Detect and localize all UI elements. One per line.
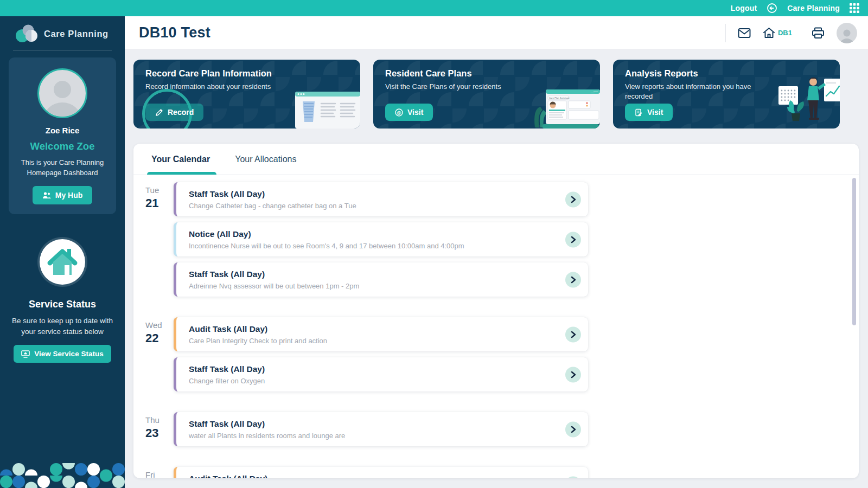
event-open-button[interactable] <box>565 232 581 247</box>
sidebar-mosaic-decoration <box>0 463 125 488</box>
sidebar: Care Planning Zoe Rice Welcome Zoe This … <box>0 16 125 488</box>
print-icon[interactable] <box>812 27 825 39</box>
calendar-event[interactable]: Audit Task (All Day)Care Plan Integrity … <box>174 317 588 351</box>
calendar-panel: Your Calendar Your Allocations Tue21Staf… <box>133 144 859 478</box>
day-name: Fri <box>145 470 174 478</box>
event-open-button[interactable] <box>565 191 581 207</box>
record-button-label: Record <box>168 108 194 117</box>
event-description: Incontinence Nurse will be out to see Ro… <box>189 242 556 250</box>
event-title: Audit Task (All Day) <box>189 324 556 334</box>
event-description: Adreinne Nvq assessor will be out betwee… <box>189 282 556 290</box>
home-icon <box>763 27 775 38</box>
logo-text: Care Planning <box>44 29 108 39</box>
illustration-label: Care Plan Summary <box>549 97 570 99</box>
event-title: Staff Task (All Day) <box>189 189 556 199</box>
card-title: Analysis Reports <box>625 68 840 79</box>
visit-button-label: Visit <box>407 108 423 117</box>
tabs-bar: Your Calendar Your Allocations <box>133 144 859 175</box>
header-divider <box>725 24 726 42</box>
service-status-icon <box>40 239 85 285</box>
report-icon <box>635 108 643 117</box>
event-open-button[interactable] <box>565 476 581 478</box>
event-open-button[interactable] <box>565 421 581 437</box>
my-hub-button[interactable]: My Hub <box>33 186 93 204</box>
visit-care-plans-button[interactable]: @ Visit <box>385 104 433 121</box>
calendar-day-group: Thu23Staff Task (All Day)water all Plant… <box>145 412 859 452</box>
calendar-event[interactable]: Staff Task (All Day)water all Plants in … <box>174 412 588 446</box>
event-open-button[interactable] <box>565 326 581 342</box>
record-care-plan-card: Record Care Plan Information Record info… <box>133 60 360 129</box>
chevron-right-icon <box>570 370 577 378</box>
tab-your-allocations[interactable]: Your Allocations <box>235 144 296 175</box>
profile-card: Zoe Rice Welcome Zoe This is your Care P… <box>9 57 116 214</box>
event-title: Staff Task (All Day) <box>189 364 556 374</box>
event-open-button[interactable] <box>565 272 581 287</box>
card-title: Resident Care Plans <box>385 68 600 79</box>
calendar-day-group: Tue21Staff Task (All Day)Change Catheter… <box>145 182 859 303</box>
top-bar: Logout Care Planning <box>0 0 868 16</box>
calendar-event[interactable]: Staff Task (All Day)Change filter on Oxy… <box>174 357 588 391</box>
apps-grid-icon[interactable] <box>850 3 859 13</box>
scrollbar[interactable] <box>852 178 856 325</box>
calendar-list: Tue21Staff Task (All Day)Change Catheter… <box>133 175 859 478</box>
logo-cloud-icon <box>15 24 39 43</box>
logout-link[interactable]: Logout <box>731 4 757 12</box>
brand-link[interactable]: Care Planning <box>787 4 840 12</box>
chevron-right-icon <box>570 330 577 338</box>
page-title: DB10 Test <box>139 24 210 41</box>
day-events: Staff Task (All Day)Change Catheter bag … <box>174 182 588 303</box>
event-title: Notice (All Day) <box>189 229 556 239</box>
day-events: Staff Task (All Day)water all Plants in … <box>174 412 588 452</box>
event-description: water all Plants in residents rooms and … <box>189 432 556 440</box>
event-title: Audit Task (All Day) <box>189 474 556 479</box>
profile-avatar <box>37 68 87 118</box>
visit-reports-button[interactable]: Visit <box>625 104 673 121</box>
day-number: 21 <box>145 196 174 210</box>
resident-care-plans-card: Resident Care Plans Visit the Care Plans… <box>373 60 600 129</box>
event-description: Change filter on Oxygen <box>189 377 556 385</box>
mail-icon[interactable] <box>738 28 751 38</box>
user-avatar[interactable] <box>837 23 857 43</box>
chevron-right-icon <box>570 195 577 203</box>
day-name: Thu <box>145 415 174 425</box>
event-title: Staff Task (All Day) <box>189 419 556 429</box>
calendar-event[interactable]: Staff Task (All Day)Change Catheter bag … <box>174 182 588 216</box>
main-content: Record Care Plan Information Record info… <box>125 50 868 488</box>
chevron-right-icon <box>570 425 577 433</box>
chevron-right-icon <box>570 275 577 284</box>
profile-welcome: Welcome Zoe <box>15 140 110 152</box>
day-number: 23 <box>145 426 174 440</box>
calendar-day-group: Wed22Audit Task (All Day)Care Plan Integ… <box>145 317 859 397</box>
calendar-event[interactable]: Notice (All Day)Incontinence Nurse will … <box>174 222 588 256</box>
home-button[interactable]: DB1 <box>763 27 792 38</box>
service-status-title: Service Status <box>0 299 125 310</box>
calendar-event[interactable]: Audit Task (All Day) <box>174 467 588 478</box>
card-illustration <box>295 92 360 129</box>
person-figure <box>807 78 826 119</box>
app-logo: Care Planning <box>0 16 125 50</box>
event-description: Care Plan Integrity Check to print and a… <box>189 337 556 345</box>
card-title: Record Care Plan Information <box>145 68 360 79</box>
profile-description: This is your Care Planning Homepage Dash… <box>18 158 106 178</box>
day-name: Tue <box>145 185 174 195</box>
view-service-status-button[interactable]: View Service Status <box>14 345 111 363</box>
calendar-day-group: Fri24Audit Task (All Day) <box>145 467 859 478</box>
card-subtitle: Record information about your residents <box>145 82 303 92</box>
svg-text:@: @ <box>397 110 401 115</box>
day-events: Audit Task (All Day) <box>174 467 588 478</box>
event-open-button[interactable] <box>565 367 581 382</box>
day-events: Audit Task (All Day)Care Plan Integrity … <box>174 317 588 397</box>
profile-name: Zoe Rice <box>15 126 110 135</box>
record-button[interactable]: Record <box>145 104 203 121</box>
exit-icon[interactable] <box>767 3 777 14</box>
tab-your-calendar[interactable]: Your Calendar <box>151 144 210 175</box>
event-title: Staff Task (All Day) <box>189 269 556 279</box>
service-monitor-icon <box>21 350 30 358</box>
day-label: Wed22 <box>145 317 174 397</box>
at-icon: @ <box>395 108 403 117</box>
calendar-event[interactable]: Staff Task (All Day)Adreinne Nvq assesso… <box>174 262 588 297</box>
visit-button-label: Visit <box>647 108 663 117</box>
home-label: DB1 <box>778 29 792 37</box>
card-subtitle: Visit the Care Plans of your residents <box>385 82 542 92</box>
action-cards-row: Record Care Plan Information Record info… <box>133 60 840 129</box>
